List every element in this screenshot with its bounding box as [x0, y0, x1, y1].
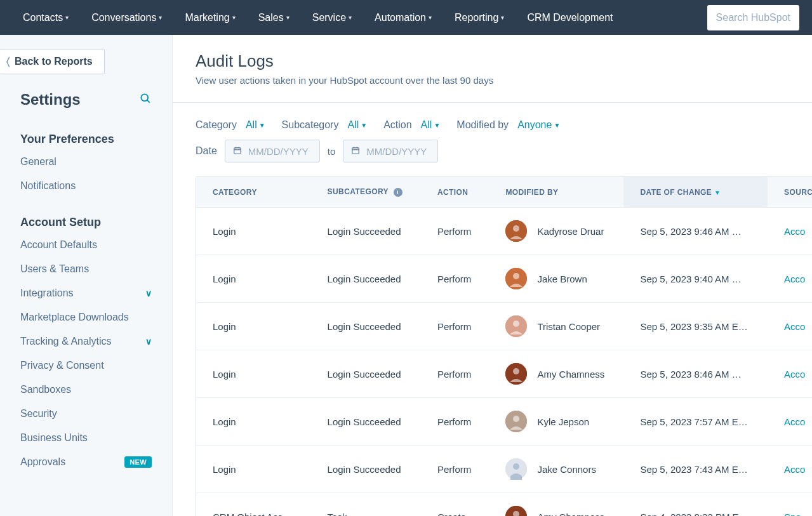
date-to-input[interactable]: MM/DD/YYYY	[343, 140, 438, 162]
th-dateofchange-label: DATE OF CHANGE	[640, 188, 712, 197]
calendar-icon	[233, 146, 242, 157]
nav-item-marketing[interactable]: Marketing▾	[185, 12, 235, 23]
cell-subcategory: Login Succeeded	[311, 350, 421, 398]
svg-point-0	[141, 94, 148, 101]
cell-source[interactable]: Acco	[768, 208, 812, 255]
date-from-input[interactable]: MM/DD/YYYY	[225, 140, 320, 162]
cell-subcategory: Login Succeeded	[311, 303, 421, 350]
nav-item-conversations[interactable]: Conversations▾	[91, 12, 162, 23]
table-row[interactable]: LoginLogin SucceededPerformJake ConnorsS…	[196, 446, 812, 493]
new-badge: NEW	[124, 456, 152, 468]
info-icon[interactable]: i	[394, 188, 403, 197]
svg-point-13	[513, 273, 519, 279]
cell-date: Sep 4, 2023 8:32 PM E…	[623, 493, 768, 517]
sidebar-item-label: Security	[20, 408, 57, 420]
cell-source[interactable]: Acco	[768, 446, 812, 493]
svg-point-17	[513, 368, 519, 374]
cell-action: Perform	[421, 208, 489, 255]
table-row[interactable]: LoginLogin SucceededPerformKadyrose Drua…	[196, 208, 812, 255]
nav-item-reporting[interactable]: Reporting▾	[455, 12, 504, 23]
filter-modifiedby-value: Anyone	[517, 119, 552, 131]
cell-category: Login	[196, 446, 311, 493]
page-subtitle: View user actions taken in your HubSpot …	[196, 75, 812, 86]
th-action[interactable]: ACTION	[421, 177, 489, 208]
back-to-reports-button[interactable]: 〈 Back to Reports	[0, 49, 105, 74]
audit-log-table: CATEGORY SUBCATEGORY i ACTION MODIFIED B…	[196, 176, 812, 516]
sidebar-item-tracking-analytics[interactable]: Tracking & Analytics∨	[0, 329, 172, 354]
section-account-setup: Account Setup	[0, 198, 172, 233]
sidebar-item-account-defaults[interactable]: Account Defaults	[0, 233, 172, 257]
table-row[interactable]: LoginLogin SucceededPerformAmy ChamnessS…	[196, 350, 812, 398]
nav-item-sales[interactable]: Sales▾	[258, 12, 290, 23]
back-label: Back to Reports	[15, 56, 93, 67]
cell-category: CRM Object Acc…	[196, 493, 311, 517]
nav-label: Conversations	[91, 12, 156, 23]
user-name: Amy Chamness	[537, 512, 604, 517]
cell-category: Login	[196, 350, 311, 398]
cell-modifiedby: Kadyrose Druar	[489, 208, 623, 255]
cell-date: Sep 5, 2023 7:43 AM E…	[623, 446, 768, 493]
filter-subcategory-value: All	[347, 119, 359, 131]
table-row[interactable]: LoginLogin SucceededPerformJake BrownSep…	[196, 255, 812, 303]
avatar	[505, 220, 527, 242]
sidebar-item-label: Marketplace Downloads	[20, 312, 129, 323]
nav-item-service[interactable]: Service▾	[312, 12, 352, 23]
chevron-down-icon: ▼	[361, 122, 367, 129]
th-dateofchange[interactable]: DATE OF CHANGE ▼	[623, 177, 768, 208]
filter-action-label: Action	[383, 119, 411, 131]
nav-item-automation[interactable]: Automation▾	[375, 12, 432, 23]
table-row[interactable]: LoginLogin SucceededPerformKyle JepsonSe…	[196, 398, 812, 446]
sidebar-item-label: Sandboxes	[20, 384, 71, 395]
sidebar-item-marketplace-downloads[interactable]: Marketplace Downloads	[0, 305, 172, 329]
th-category[interactable]: CATEGORY	[196, 177, 311, 208]
nav-label: Marketing	[185, 12, 229, 23]
sidebar-item-notifications[interactable]: Notifications	[0, 174, 172, 198]
th-modifiedby[interactable]: MODIFIED BY	[489, 177, 623, 208]
sidebar-item-integrations[interactable]: Integrations∨	[0, 281, 172, 305]
nav-item-crm-development[interactable]: CRM Development	[527, 12, 613, 23]
cell-source[interactable]: Acco	[768, 398, 812, 446]
filter-modifiedby-dropdown[interactable]: Anyone ▼	[517, 119, 560, 131]
search-icon[interactable]	[139, 92, 152, 108]
cell-date: Sep 5, 2023 9:40 AM …	[623, 255, 768, 303]
chevron-left-icon: 〈	[6, 56, 10, 67]
cell-action: Perform	[421, 350, 489, 398]
table-row[interactable]: CRM Object Acc…TaskCreateAmy ChamnessSep…	[196, 493, 812, 517]
cell-source[interactable]: Acco	[768, 303, 812, 350]
nav-label: Automation	[375, 12, 426, 23]
sidebar-item-users-teams[interactable]: Users & Teams	[0, 257, 172, 281]
th-source[interactable]: SOURCE	[768, 177, 812, 208]
global-search[interactable]: Search HubSpot	[707, 5, 799, 30]
cell-modifiedby: Tristan Cooper	[489, 303, 623, 350]
sidebar-item-general[interactable]: General	[0, 150, 172, 174]
sidebar-item-sandboxes[interactable]: Sandboxes	[0, 378, 172, 402]
user-name: Jake Connors	[537, 464, 596, 475]
cell-modifiedby: Kyle Jepson	[489, 398, 623, 446]
avatar	[505, 315, 527, 337]
sidebar-item-security[interactable]: Security	[0, 402, 172, 426]
svg-line-1	[147, 100, 150, 102]
nav-item-contacts[interactable]: Contacts▾	[23, 12, 69, 23]
sidebar-item-business-units[interactable]: Business Units	[0, 426, 172, 450]
chevron-down-icon: ▾	[232, 14, 236, 21]
svg-point-11	[513, 225, 519, 232]
sidebar-item-privacy-consent[interactable]: Privacy & Consent	[0, 354, 172, 378]
filter-modifiedby-label: Modified by	[456, 119, 509, 131]
filter-subcategory-dropdown[interactable]: All ▼	[347, 119, 367, 131]
table-row[interactable]: LoginLogin SucceededPerformTristan Coope…	[196, 303, 812, 350]
chevron-down-icon: ▾	[159, 14, 162, 21]
cell-source[interactable]: Acco	[768, 350, 812, 398]
user-name: Tristan Cooper	[537, 321, 600, 332]
sidebar-item-approvals[interactable]: ApprovalsNEW	[0, 450, 172, 474]
filter-action-dropdown[interactable]: All ▼	[421, 119, 441, 131]
cell-source[interactable]: Sna	[768, 493, 812, 517]
cell-date: Sep 5, 2023 9:35 AM E…	[623, 303, 768, 350]
cell-action: Perform	[421, 398, 489, 446]
cell-source[interactable]: Acco	[768, 255, 812, 303]
date-to-label: to	[328, 146, 336, 157]
cell-category: Login	[196, 398, 311, 446]
date-from-placeholder: MM/DD/YYYY	[248, 146, 309, 157]
date-to-placeholder: MM/DD/YYYY	[366, 146, 427, 157]
th-subcategory[interactable]: SUBCATEGORY i	[311, 177, 421, 208]
filter-category-dropdown[interactable]: All ▼	[246, 119, 265, 131]
